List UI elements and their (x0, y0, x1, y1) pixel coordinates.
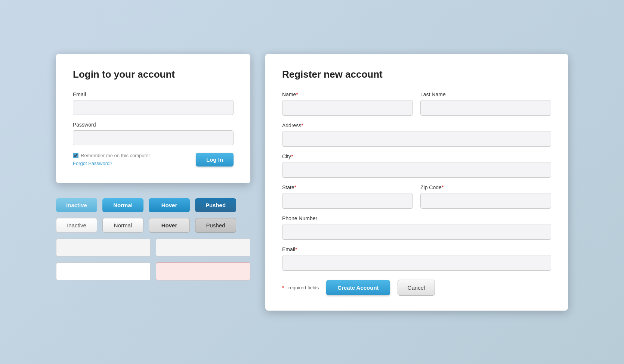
state-input[interactable] (282, 193, 413, 209)
input-normal-left[interactable] (56, 239, 151, 256)
name-col: Name* (282, 91, 413, 116)
input-white-left[interactable] (56, 262, 151, 280)
address-group: Address* (282, 122, 551, 147)
email-input[interactable] (73, 100, 234, 115)
register-email-label: Email* (282, 246, 551, 252)
register-email-group: Email* (282, 246, 551, 271)
gray-button-row: Inactive Normal Hover Pushed (56, 218, 250, 233)
required-note: * - required fields (282, 285, 319, 290)
state-label: State* (282, 184, 413, 190)
zip-col: Zip Code* (420, 184, 551, 209)
blue-pushed-button[interactable]: Pushed (195, 198, 236, 212)
input-normal-right[interactable] (156, 239, 250, 256)
login-footer: Remember me on this computer Forgot Pass… (73, 153, 234, 167)
register-card: Register new account Name* Last Name Add… (265, 54, 568, 311)
blue-hover-button[interactable]: Hover (149, 198, 190, 212)
create-account-button[interactable]: Create Account (326, 280, 390, 295)
state-required-star: * (294, 184, 296, 190)
input-row-states (56, 262, 250, 280)
address-input[interactable] (282, 131, 551, 147)
name-row: Name* Last Name (282, 91, 551, 116)
password-group: Password (73, 122, 234, 145)
password-input[interactable] (73, 130, 234, 145)
email-group: Email (73, 91, 234, 115)
gray-pushed-button[interactable]: Pushed (195, 218, 236, 233)
left-panel: Login to your account Email Password Rem… (56, 54, 250, 284)
register-email-input[interactable] (282, 255, 551, 271)
name-required-star: * (296, 91, 298, 97)
zip-label: Zip Code* (420, 184, 551, 190)
phone-group: Phone Number (282, 215, 551, 240)
city-required-star: * (291, 153, 293, 159)
cancel-button[interactable]: Cancel (398, 280, 435, 296)
forgot-password-link[interactable]: Forgot Password? (73, 161, 150, 166)
blue-normal-button[interactable]: Normal (102, 198, 143, 212)
state-zip-row: State* Zip Code* (282, 184, 551, 209)
gray-hover-button[interactable]: Hover (149, 218, 190, 233)
input-row-normal (56, 239, 250, 256)
register-footer: * - required fields Create Account Cance… (282, 280, 551, 296)
gray-inactive-button[interactable]: Inactive (56, 218, 97, 233)
password-label: Password (73, 122, 234, 128)
city-input[interactable] (282, 162, 551, 178)
gray-normal-button[interactable]: Normal (102, 218, 143, 233)
zip-input[interactable] (420, 193, 551, 209)
address-label: Address* (282, 122, 551, 128)
login-button[interactable]: Log In (196, 153, 234, 167)
zip-required-star: * (442, 184, 444, 190)
last-name-label: Last Name (420, 91, 551, 97)
blue-inactive-button[interactable]: Inactive (56, 198, 97, 212)
address-required-star: * (301, 122, 303, 128)
name-label: Name* (282, 91, 413, 97)
name-input[interactable] (282, 100, 413, 116)
last-name-col: Last Name (420, 91, 551, 116)
city-label: City* (282, 153, 551, 159)
remember-me-label[interactable]: Remember me on this computer (73, 153, 150, 158)
remember-checkbox[interactable] (73, 153, 78, 158)
login-card: Login to your account Email Password Rem… (56, 54, 250, 183)
state-col: State* (282, 184, 413, 209)
email-label: Email (73, 91, 234, 97)
phone-label: Phone Number (282, 215, 551, 221)
phone-input[interactable] (282, 224, 551, 240)
input-error-right[interactable] (156, 262, 250, 280)
register-email-star: * (295, 246, 297, 252)
register-title: Register new account (282, 69, 551, 80)
blue-button-row: Inactive Normal Hover Pushed (56, 198, 250, 212)
last-name-input[interactable] (420, 100, 551, 116)
login-title: Login to your account (73, 69, 234, 80)
city-group: City* (282, 153, 551, 178)
button-states-section: Inactive Normal Hover Pushed Inactive No… (56, 195, 250, 284)
